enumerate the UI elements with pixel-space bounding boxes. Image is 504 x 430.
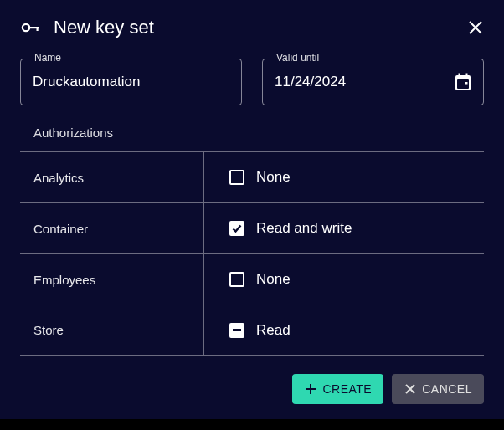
authorizations-heading: Authorizations xyxy=(0,125,504,140)
permission-label: None xyxy=(256,169,291,186)
dialog-footer: CREATE CANCEL xyxy=(0,356,504,419)
resource-label: Employees xyxy=(20,254,204,305)
key-icon xyxy=(20,18,40,38)
close-icon[interactable] xyxy=(467,19,484,36)
close-icon xyxy=(404,382,417,396)
cancel-button-label: CANCEL xyxy=(422,382,472,396)
name-field-label: Name xyxy=(29,52,66,64)
permission-cell[interactable]: Read and write xyxy=(204,203,484,253)
permission-label: Read xyxy=(256,322,291,339)
resource-label: Container xyxy=(20,203,204,253)
table-row: Store Read xyxy=(20,305,484,356)
permission-cell[interactable]: None xyxy=(204,254,484,305)
calendar-icon[interactable] xyxy=(455,73,471,91)
table-row: Analytics None xyxy=(20,151,484,202)
name-field-wrapper: Name xyxy=(20,59,242,105)
checkbox-unchecked-icon[interactable] xyxy=(229,170,244,185)
fields-row: Name Valid until xyxy=(0,52,504,125)
dialog-title: New key set xyxy=(54,17,454,38)
permission-label: None xyxy=(256,271,291,288)
resource-label: Store xyxy=(20,305,204,355)
permission-cell[interactable]: None xyxy=(204,152,484,202)
create-button-label: CREATE xyxy=(322,382,372,396)
table-row: Employees None xyxy=(20,253,484,305)
new-key-set-dialog: New key set Name Valid until xyxy=(0,0,504,419)
svg-rect-7 xyxy=(459,74,460,78)
resource-label: Analytics xyxy=(20,152,204,202)
permission-cell[interactable]: Read xyxy=(204,305,484,355)
svg-rect-2 xyxy=(37,27,39,31)
checkbox-indeterminate-icon[interactable] xyxy=(229,323,244,338)
authorizations-table: Analytics None Container Read and write … xyxy=(20,151,484,356)
plus-icon xyxy=(304,382,317,396)
svg-rect-8 xyxy=(466,74,468,78)
valid-until-field[interactable] xyxy=(275,74,455,90)
table-row: Container Read and write xyxy=(20,202,484,253)
checkbox-unchecked-icon[interactable] xyxy=(229,272,244,287)
valid-until-field-label: Valid until xyxy=(271,52,324,64)
svg-rect-9 xyxy=(465,82,468,85)
name-field[interactable] xyxy=(33,74,229,90)
cancel-button[interactable]: CANCEL xyxy=(392,374,484,404)
checkbox-checked-icon[interactable] xyxy=(229,221,244,236)
create-button[interactable]: CREATE xyxy=(292,374,383,404)
dialog-header: New key set xyxy=(0,0,504,52)
valid-until-field-wrapper: Valid until xyxy=(262,59,484,105)
permission-label: Read and write xyxy=(256,220,352,237)
svg-point-0 xyxy=(23,24,29,31)
